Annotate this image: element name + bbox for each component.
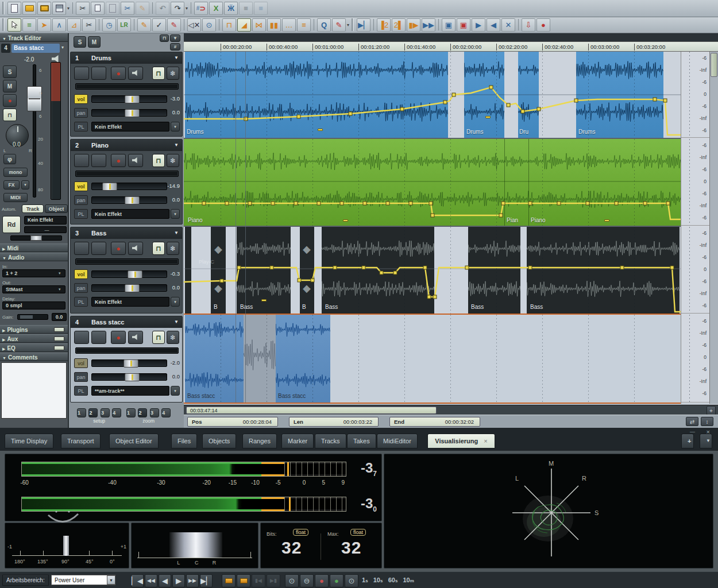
zoom-out-h-button[interactable]: ⊖ [300, 574, 314, 587]
midi-button[interactable]: MIDI [3, 193, 28, 202]
autom-object-button[interactable]: Object [45, 204, 68, 213]
track4-plugin-dropdown[interactable]: ▾ [171, 386, 180, 396]
track4-lock[interactable]: ⊓ [152, 331, 165, 344]
read-automation-button[interactable]: Rd [2, 216, 21, 233]
draw-volume-button[interactable]: ✎ [137, 18, 151, 32]
loop-out-button[interactable]: 2▌ [392, 18, 406, 32]
brush-dropdown[interactable]: ▾ [347, 22, 349, 28]
phase-button[interactable]: φ [3, 154, 16, 164]
draw-check-button[interactable]: ✓ [152, 18, 166, 32]
track1-plugin-dropdown[interactable]: ▾ [171, 122, 180, 131]
setup-3[interactable]: 3 [101, 408, 110, 417]
tab-files[interactable]: Files [171, 434, 197, 448]
autom-track-button[interactable]: Track [22, 204, 44, 213]
track2-dropdown[interactable]: ▼ [174, 140, 179, 151]
eq-led[interactable] [54, 346, 64, 350]
link-ranges-button[interactable]: ⇄ [686, 417, 698, 426]
vertical-scrollbar[interactable] [709, 52, 718, 404]
zoom-1s-button[interactable]: 1s [362, 577, 368, 583]
mute-tool-button[interactable]: ◁✕ [187, 18, 201, 32]
color-brush-button[interactable]: ✎ [332, 18, 346, 32]
range-start-line[interactable] [236, 52, 236, 403]
snap-toggle-button[interactable]: #⊃ [194, 2, 208, 15]
track4-pl-button[interactable]: PL [74, 386, 88, 396]
zoom-in-h-button[interactable]: ⊙ [285, 574, 299, 587]
curve-tool-button[interactable]: ∧ [52, 18, 66, 32]
gain-slider[interactable] [17, 314, 48, 320]
header-lock-icon[interactable]: ⊓ [160, 34, 169, 42]
lock-objects-button[interactable]: ⊓ [222, 18, 236, 32]
save-project-button[interactable] [52, 2, 66, 15]
comments-box[interactable] [1, 362, 67, 419]
wave-level-button[interactable]: ▮▮ [267, 18, 281, 32]
track4-solo[interactable] [74, 331, 89, 344]
in-dropdown[interactable]: ▾ [59, 271, 61, 276]
track4-record[interactable]: ● [111, 331, 126, 344]
marker-bar[interactable] [184, 33, 718, 41]
master-mute-button[interactable]: M [88, 36, 101, 48]
track3-automation[interactable] [184, 227, 681, 314]
tab-transport[interactable]: Transport [61, 434, 101, 448]
fade-tool-button[interactable]: ◢ [237, 18, 251, 32]
fast-forward-button[interactable]: ▶▶ [186, 574, 199, 587]
track1-plugin-field[interactable]: Kein Effekt [91, 122, 169, 131]
autom-effect2-field[interactable]: — [24, 226, 67, 233]
magnify-tool-button[interactable]: ⊙ [202, 18, 216, 32]
track3-vol-label[interactable]: vol [74, 269, 88, 279]
fast-rewind-button[interactable]: ◀◀ [145, 574, 157, 587]
track4-pan-label[interactable]: pan [74, 372, 88, 382]
rewind-object-button[interactable]: ◀ [487, 18, 500, 32]
toolbar3-grip[interactable] [352, 18, 354, 31]
audio-in-field[interactable]: 1 + 2 [2, 269, 65, 277]
tab-midieditor[interactable]: MidiEditor [377, 434, 418, 448]
track4-vol-slider[interactable] [91, 359, 167, 367]
track2-plugin-field[interactable]: Kein Effekt [91, 209, 169, 219]
editor-lock-button[interactable]: ⊓ [3, 109, 17, 121]
track4-titlebar[interactable]: 4Bass stacc▼ [71, 316, 182, 328]
editor-track-name[interactable]: Bass stacc [11, 44, 60, 53]
horizontal-scrollbar[interactable]: 00:03:47:14 + [184, 405, 718, 415]
track3-mute[interactable] [91, 242, 106, 255]
zoom-last-button[interactable]: ⊙ [345, 574, 358, 587]
track3-monitor[interactable] [128, 242, 143, 255]
step-left-button[interactable]: ▮▶ [407, 18, 420, 32]
vscroll-thumb[interactable] [711, 53, 717, 77]
zoom-4[interactable]: 4 [161, 408, 171, 417]
track2-freeze[interactable]: ❄ [167, 154, 179, 167]
toolbar-grip[interactable] [2, 2, 5, 14]
track2-mute[interactable] [91, 154, 106, 167]
zoom-range-button[interactable]: ● [315, 574, 329, 587]
track1-pan-slider[interactable] [91, 109, 167, 117]
next-object-button[interactable]: ▶▮ [267, 574, 280, 587]
track2-solo[interactable] [74, 154, 89, 167]
track2-vol-slider[interactable] [91, 183, 167, 190]
track2-pl-button[interactable]: PL [74, 209, 88, 219]
tab-time-display[interactable]: Time Display [5, 434, 53, 448]
range-tool-button[interactable]: ≡ [22, 18, 36, 32]
setup-4[interactable]: 4 [112, 408, 121, 417]
copy-button[interactable] [91, 2, 105, 15]
add-tab-button[interactable]: + [681, 434, 694, 448]
object-cursor-button[interactable]: ➤ [37, 18, 51, 32]
object-under-range-button[interactable]: ▣ [457, 18, 470, 32]
track3-lane[interactable]: Play-C ◆ ◆ ◆ ◆ B Bass B Bass Bass Bass [184, 227, 681, 314]
zoom-1[interactable]: 1 [126, 408, 136, 417]
tab-tracks[interactable]: Tracks [315, 434, 346, 448]
track3-vol-slider[interactable] [91, 270, 167, 278]
track4-dropdown[interactable]: ▼ [174, 316, 179, 328]
header-visibility-icon[interactable]: ▼ [170, 34, 180, 42]
split-tool-button[interactable]: ✂ [82, 18, 96, 32]
track-header-3[interactable]: 3Bass▼ ● ⊓ ❄ vol -0.3 pan 0.0 PL Kein Ef… [70, 227, 183, 314]
track4-monitor[interactable] [128, 331, 143, 344]
mono-button[interactable]: mono [3, 168, 28, 177]
track3-titlebar[interactable]: 3Bass▼ [71, 227, 182, 239]
pos-field[interactable]: Pos00:00:28:04 [187, 417, 278, 427]
track1-pl-button[interactable]: PL [74, 122, 88, 131]
toolbar2-grip[interactable] [2, 18, 5, 31]
track1-mute[interactable] [91, 67, 106, 80]
track-name-dropdown[interactable]: ▾ [61, 45, 64, 50]
track3-plugin-dropdown[interactable]: ▾ [171, 297, 180, 307]
track4-plugin-field[interactable]: **am-track** [91, 386, 169, 396]
header-grid-icon[interactable]: # [170, 43, 180, 51]
track2-lane[interactable]: Piano Pian Piano [184, 139, 681, 226]
